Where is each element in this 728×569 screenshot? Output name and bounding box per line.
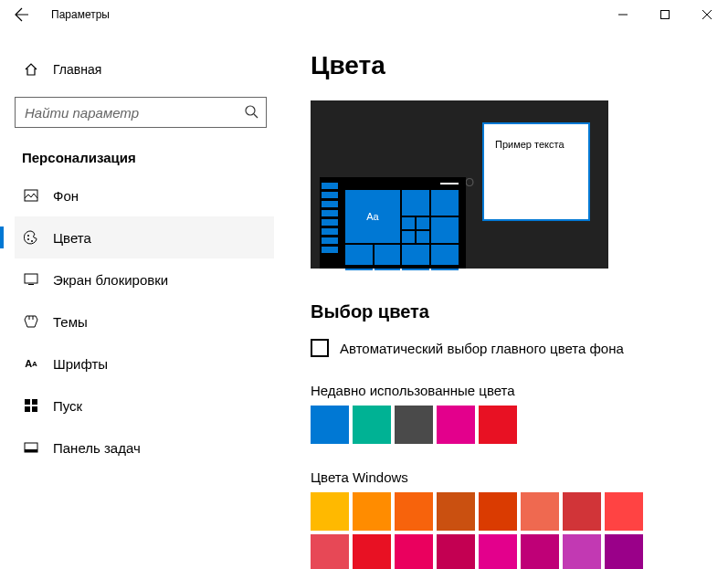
color-swatch[interactable] (311, 492, 349, 531)
home-icon (22, 62, 40, 77)
close-icon (702, 10, 712, 19)
color-swatch[interactable] (479, 406, 517, 444)
color-swatch[interactable] (521, 492, 559, 531)
svg-rect-13 (25, 449, 37, 452)
sidebar-item-label: Темы (53, 314, 88, 330)
preview-sample-text: Пример текста (495, 139, 564, 150)
svg-rect-11 (32, 406, 37, 412)
start-icon (22, 399, 40, 412)
window-controls (602, 0, 728, 29)
fonts-icon: AA (22, 358, 40, 369)
minimize-button[interactable] (602, 0, 644, 29)
taskbar-icon (22, 440, 40, 455)
minimize-icon (618, 10, 628, 19)
sidebar-item-fonts[interactable]: AA Шрифты (15, 342, 274, 385)
titlebar: Параметры (0, 0, 728, 29)
windows-colors-label: Цвета Windows (311, 469, 728, 485)
back-button[interactable] (7, 0, 37, 29)
recent-colors-label: Недавно использованные цвета (311, 383, 728, 398)
main-content: Цвета ОБО Aa Пример текста (274, 29, 728, 569)
search-box[interactable] (15, 97, 267, 128)
color-swatch[interactable] (521, 534, 559, 569)
sidebar-item-label: Панель задач (53, 440, 141, 456)
sidebar-item-colors[interactable]: Цвета (15, 216, 274, 258)
color-swatch[interactable] (437, 406, 475, 444)
palette-icon (22, 230, 40, 245)
svg-point-5 (31, 240, 33, 242)
color-swatch[interactable] (353, 406, 391, 444)
sidebar-item-label: Фон (53, 188, 79, 204)
color-swatch[interactable] (395, 492, 433, 531)
sidebar-item-themes[interactable]: Темы (15, 300, 274, 342)
sidebar-item-background[interactable]: Фон (15, 174, 274, 216)
lockscreen-icon (22, 272, 40, 287)
sidebar-item-lockscreen[interactable]: Экран блокировки (15, 258, 274, 300)
color-swatch[interactable] (353, 492, 391, 531)
color-swatch[interactable] (395, 534, 433, 569)
svg-rect-7 (28, 284, 34, 285)
svg-rect-6 (25, 274, 37, 283)
back-arrow-icon (15, 7, 29, 22)
color-swatch[interactable] (353, 534, 391, 569)
color-swatch[interactable] (479, 534, 517, 569)
color-swatch[interactable] (437, 534, 475, 569)
svg-point-1 (246, 106, 255, 115)
svg-rect-9 (32, 399, 37, 405)
color-preview: ОБО Aa Пример текста (311, 100, 608, 269)
preview-window: Пример текста (482, 122, 590, 221)
auto-accent-label: Автоматический выбор главного цвета фона (340, 341, 624, 356)
recent-colors (311, 406, 728, 444)
search-icon (244, 104, 258, 121)
svg-rect-10 (25, 406, 30, 412)
home-link[interactable]: Главная (15, 51, 274, 88)
windows-colors (311, 492, 658, 569)
sidebar-item-label: Экран блокировки (53, 272, 168, 288)
page-title: Цвета (311, 51, 728, 80)
sidebar: Главная Персонализация Фон Цвета Экран б… (0, 29, 274, 569)
picture-icon (22, 188, 40, 203)
auto-accent-checkbox-row[interactable]: Автоматический выбор главного цвета фона (311, 339, 728, 357)
maximize-icon (660, 10, 670, 19)
color-choice-heading: Выбор цвета (311, 301, 728, 322)
color-swatch[interactable] (311, 534, 349, 569)
svg-point-4 (27, 238, 29, 240)
sidebar-item-start[interactable]: Пуск (15, 385, 274, 427)
search-input[interactable] (25, 105, 244, 121)
close-button[interactable] (686, 0, 728, 29)
sidebar-item-label: Пуск (53, 398, 82, 414)
sidebar-item-label: Шрифты (53, 356, 108, 372)
svg-point-3 (27, 235, 29, 237)
search-wrap (15, 97, 267, 128)
preview-sample-tile: Aa (345, 190, 400, 243)
svg-rect-8 (25, 399, 30, 405)
window-title: Параметры (51, 8, 110, 21)
home-label: Главная (53, 62, 101, 77)
color-swatch[interactable] (605, 534, 643, 569)
color-swatch[interactable] (563, 492, 601, 531)
color-swatch[interactable] (563, 534, 601, 569)
color-swatch[interactable] (479, 492, 517, 531)
sidebar-category: Персонализация (22, 150, 274, 165)
color-swatch[interactable] (605, 492, 643, 531)
svg-rect-0 (661, 11, 670, 19)
auto-accent-checkbox[interactable] (311, 339, 329, 357)
preview-start-menu: Aa (320, 177, 466, 269)
maximize-button[interactable] (644, 0, 686, 29)
color-swatch[interactable] (395, 406, 433, 444)
sidebar-item-label: Цвета (53, 230, 91, 246)
sidebar-item-taskbar[interactable]: Панель задач (15, 427, 274, 469)
themes-icon (22, 314, 40, 329)
color-swatch[interactable] (437, 492, 475, 531)
color-swatch[interactable] (311, 406, 349, 444)
